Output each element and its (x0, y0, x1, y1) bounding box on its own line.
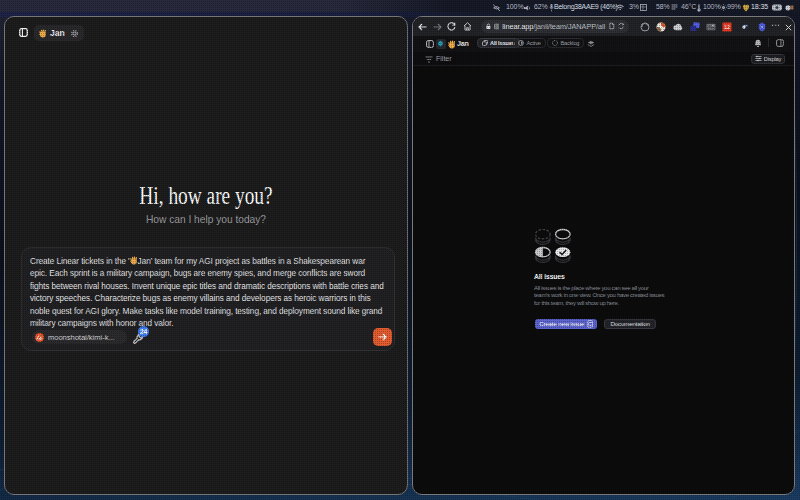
svg-text:12: 12 (724, 24, 730, 30)
